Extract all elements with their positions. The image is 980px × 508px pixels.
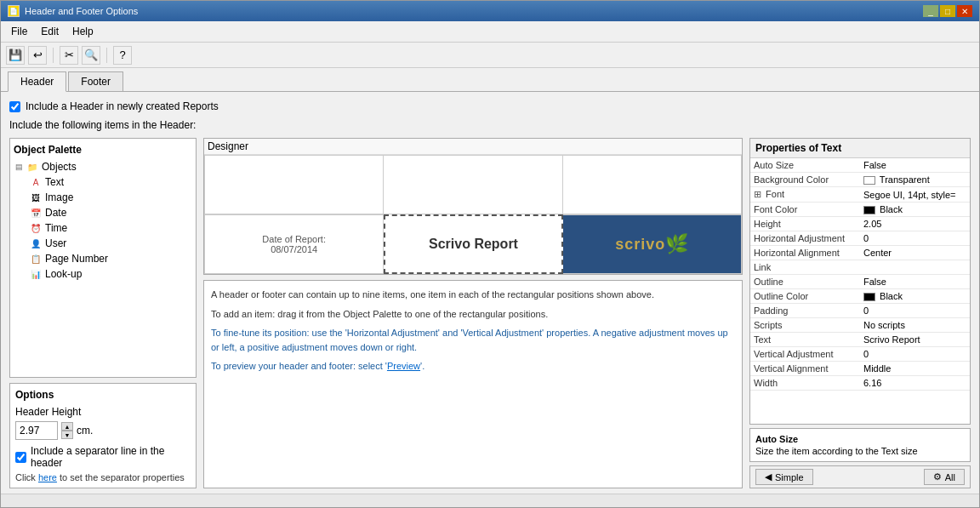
- bottom-toolbar: ◀ Simple ⚙ All: [749, 465, 971, 488]
- outlinecolor-swatch: [863, 293, 875, 301]
- font-expand-icon[interactable]: ⊞: [754, 189, 763, 199]
- prop-value-halign[interactable]: Center: [860, 246, 970, 260]
- options-panel: Options Header Height ▲ ▼ cm. Include a …: [9, 383, 197, 488]
- prop-name-vadj: Vertical Adjustment: [750, 347, 860, 362]
- prop-row-width: Width 6.16: [750, 376, 970, 391]
- prop-row-height: Height 2.05: [750, 217, 970, 231]
- tree-item-image[interactable]: 🖼 Image: [27, 190, 192, 205]
- simple-button[interactable]: ◀ Simple: [755, 469, 813, 485]
- here-link[interactable]: here: [38, 472, 57, 482]
- bgcolor-swatch: [863, 176, 875, 185]
- menu-file[interactable]: File: [4, 23, 34, 40]
- object-palette-title: Object Palette: [14, 142, 192, 159]
- height-unit: cm.: [77, 425, 93, 437]
- menu-bar: File Edit Help: [1, 21, 979, 43]
- tree-item-lookup[interactable]: 📊 Look-up: [27, 266, 192, 282]
- prop-value-outline[interactable]: False: [860, 275, 970, 289]
- options-title: Options: [15, 389, 191, 401]
- spin-up-button[interactable]: ▲: [61, 422, 73, 431]
- tree-root[interactable]: ▤ 📁 Objects: [14, 159, 192, 174]
- preview-button[interactable]: 🔍: [82, 46, 100, 65]
- preview-link[interactable]: Preview: [387, 361, 420, 371]
- separator-checkbox-row: Include a separator line in the header: [15, 445, 191, 469]
- include-header-label: Include a Header in newly created Report…: [26, 100, 219, 112]
- cell-top-right[interactable]: [563, 155, 742, 214]
- prop-name-scripts: Scripts: [750, 318, 860, 333]
- prop-value-valign[interactable]: Middle: [860, 362, 970, 376]
- tab-header[interactable]: Header: [8, 71, 66, 92]
- prop-name-hadj: Horizontal Adjustment: [750, 231, 860, 246]
- date-cell-text: Date of Report:08/07/2014: [262, 234, 326, 254]
- prop-value-autosize[interactable]: False: [860, 158, 970, 173]
- prop-value-padding[interactable]: 0: [860, 304, 970, 318]
- include-header-checkbox[interactable]: [9, 101, 20, 112]
- maximize-button[interactable]: □: [940, 5, 955, 17]
- properties-table: Auto Size False Background Color Transpa…: [750, 158, 970, 391]
- auto-size-title: Auto Size: [755, 434, 965, 444]
- prop-value-height[interactable]: 2.05: [860, 217, 970, 231]
- cell-top-center[interactable]: [384, 155, 562, 214]
- prop-value-scripts[interactable]: No scripts: [860, 318, 970, 333]
- tree-item-time[interactable]: ⏰ Time: [27, 220, 192, 236]
- designer-grid: Date of Report:08/07/2014 Scrivo Report …: [204, 155, 742, 274]
- tree-root-label: Objects: [42, 161, 77, 173]
- help-button[interactable]: ?: [113, 46, 132, 65]
- height-input[interactable]: [15, 421, 58, 440]
- prop-row-font: ⊞ Font Segoe UI, 14pt, style=: [750, 187, 970, 203]
- menu-edit[interactable]: Edit: [34, 23, 66, 40]
- all-button[interactable]: ⚙ All: [924, 469, 965, 485]
- collapse-icon: ◀: [765, 471, 772, 482]
- save-button[interactable]: 💾: [6, 46, 25, 65]
- lookup-icon: 📊: [29, 267, 43, 281]
- prop-value-fontcolor[interactable]: Black: [860, 203, 970, 217]
- cell-top-left[interactable]: [205, 155, 384, 214]
- prop-name-padding: Padding: [750, 304, 860, 318]
- cell-bottom-left[interactable]: Date of Report:08/07/2014: [205, 214, 384, 274]
- separator-label: Include a separator line in the header: [31, 445, 191, 469]
- status-bar: [1, 494, 979, 507]
- toolbar: 💾 ↩ ✂ 🔍 ?: [1, 43, 979, 68]
- auto-size-desc-text: Size the item according to the Text size: [755, 446, 965, 456]
- undo-button[interactable]: ↩: [28, 46, 47, 65]
- minimize-button[interactable]: _: [923, 5, 938, 17]
- prop-row-scripts: Scripts No scripts: [750, 318, 970, 333]
- image-icon: 🖼: [29, 191, 43, 204]
- prop-value-font[interactable]: Segoe UI, 14pt, style=: [860, 187, 970, 203]
- prop-value-width[interactable]: 6.16: [860, 376, 970, 391]
- time-icon: ⏰: [29, 221, 43, 235]
- close-button[interactable]: ✕: [957, 5, 972, 17]
- cut-button[interactable]: ✂: [60, 46, 78, 65]
- prop-name-fontcolor: Font Color: [750, 203, 860, 217]
- tab-footer[interactable]: Footer: [68, 71, 123, 91]
- designer-title: Designer: [204, 139, 742, 155]
- left-panel: Object Palette ▤ 📁 Objects A Text 🖼: [9, 138, 197, 488]
- info-line2: To add an item: drag it from the Object …: [211, 307, 735, 322]
- prop-value-link[interactable]: [860, 260, 970, 275]
- right-panel: Properties of Text Auto Size False Backg…: [749, 138, 971, 488]
- prop-value-bgcolor[interactable]: Transparent: [860, 173, 970, 187]
- spin-down-button[interactable]: ▼: [61, 431, 73, 439]
- center-cell-text: Scrivo Report: [429, 237, 518, 252]
- tree-item-date[interactable]: 📅 Date: [27, 205, 192, 220]
- separator-checkbox[interactable]: [15, 452, 26, 463]
- cell-bottom-center[interactable]: Scrivo Report: [384, 214, 562, 274]
- prop-name-font: ⊞ Font: [750, 187, 860, 203]
- menu-help[interactable]: Help: [66, 23, 100, 40]
- tree-item-user[interactable]: 👤 User: [27, 236, 192, 251]
- prop-value-text[interactable]: Scrivo Report: [860, 333, 970, 347]
- prop-row-outline: Outline False: [750, 275, 970, 289]
- prop-row-padding: Padding 0: [750, 304, 970, 318]
- info-line1: A header or footer can contain up to nin…: [211, 288, 735, 302]
- designer-area: Designer Date of Report:08/07/2014 Scriv…: [203, 138, 743, 275]
- main-window: 📄 Header and Footer Options _ □ ✕ File E…: [0, 0, 980, 508]
- include-header-row: Include a Header in newly created Report…: [9, 97, 971, 116]
- prop-value-hadj[interactable]: 0: [860, 231, 970, 246]
- tree-expand-icon: ▤: [15, 163, 23, 171]
- info-line4: To preview your header and footer: selec…: [211, 359, 735, 374]
- cell-bottom-right[interactable]: scrivo 🌿: [563, 214, 742, 274]
- toolbar-separator-1: [53, 48, 54, 63]
- prop-value-outlinecolor[interactable]: Black: [860, 289, 970, 304]
- prop-value-vadj[interactable]: 0: [860, 347, 970, 362]
- tree-item-text[interactable]: A Text: [27, 174, 192, 190]
- tree-item-page-number[interactable]: 📋 Page Number: [27, 251, 192, 266]
